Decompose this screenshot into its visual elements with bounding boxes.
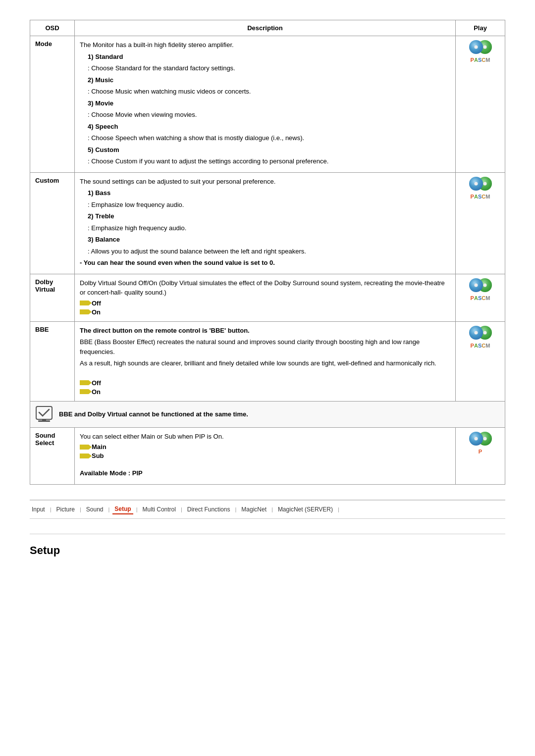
mode-item-2-label: 2) Music [88, 76, 113, 84]
custom-item-2-label: 2) Treble [88, 212, 114, 220]
letter-a: A [474, 57, 478, 63]
note-icon [35, 405, 53, 423]
bbe-detail1: As a result, high sounds are clearer, br… [80, 358, 450, 368]
mode-item-2-detail: : Choose Music when watching music video… [80, 87, 450, 97]
play-custom: P A S C M [456, 172, 505, 274]
sound-select-intro: You can select either Main or Sub when P… [80, 432, 450, 442]
arrow-icon [80, 309, 89, 314]
nav-item-magicnet-server[interactable]: MagicNet (SERVER) [276, 505, 335, 514]
desc-mode: The Monitor has a built-in high fidelity… [75, 36, 456, 173]
bbe-off-label: Off [92, 379, 101, 387]
custom-item-3-label: 3) Balance [88, 236, 120, 243]
desc-custom: The sound settings can be adjusted to su… [75, 172, 456, 274]
nav-sep: | [338, 506, 339, 512]
letter-p: P [479, 449, 482, 454]
osd-label-bbe: BBE [30, 321, 75, 401]
play-dolby: P A S C M [456, 274, 505, 321]
letter-c: C [482, 57, 485, 63]
nav-sep: | [271, 506, 273, 512]
letter-p: P [471, 57, 474, 63]
sound-select-available: Available Mode : PIP [80, 469, 143, 477]
arrow-icon [80, 380, 89, 385]
arrow-icon [80, 454, 89, 458]
arrow-icon [80, 445, 89, 450]
letter-s: S [478, 57, 482, 63]
arrow-icon [80, 389, 89, 394]
letter-s: S [478, 343, 482, 349]
disc1 [469, 40, 483, 54]
bbe-on: On [80, 388, 450, 396]
desc-bbe: The direct button on the remote control … [75, 321, 456, 401]
letter-s: S [478, 194, 482, 200]
custom-warning: - You can hear the sound even when the s… [80, 258, 450, 268]
disc-pair-sound-select [469, 432, 492, 446]
mode-item-4-label: 4) Speech [88, 123, 118, 130]
letter-p: P [471, 295, 474, 301]
content-table: OSD Description Play Mode The Monitor ha… [30, 20, 505, 485]
nav-item-direct-functions[interactable]: Direct Functions [185, 505, 232, 514]
disc1 [469, 432, 483, 446]
table-row: BBE The direct button on the remote cont… [30, 321, 505, 401]
page-title: Setup [30, 544, 505, 557]
disc-pair-custom [469, 177, 492, 191]
letter-m: M [485, 295, 490, 301]
desc-sound-select: You can select either Main or Sub when P… [75, 427, 456, 484]
letter-bar-sound-select: P [461, 449, 500, 454]
nav-sep: | [136, 506, 138, 512]
header-description: Description [75, 20, 456, 36]
letter-c: C [482, 194, 485, 200]
nav-sep: | [80, 506, 81, 512]
bbe-on-label: On [92, 388, 101, 396]
bbe-off: Off [80, 379, 450, 387]
custom-item-2-detail: : Emphasize high frequency audio. [80, 223, 450, 233]
bbe-headline: The direct button on the remote control … [80, 327, 250, 334]
disc1 [469, 278, 483, 292]
play-sound-select: P [456, 427, 505, 484]
disc1 [469, 177, 483, 191]
table-row: Custom The sound settings can be adjuste… [30, 172, 505, 274]
mode-item-1-detail: : Choose Standard for the standard facto… [80, 63, 450, 73]
osd-label-dolby: Dolby Virtual [30, 274, 75, 321]
table-row: Mode The Monitor has a built-in high fid… [30, 36, 505, 173]
nav-item-picture[interactable]: Picture [54, 505, 77, 514]
nav-item-magicnet[interactable]: MagicNet [239, 505, 268, 514]
table-row: Dolby Virtual Dolby Virtual Sound Off/On… [30, 274, 505, 321]
letter-m: M [485, 194, 490, 200]
table-row-sound-select: Sound Select You can select either Main … [30, 427, 505, 484]
dolby-on: On [80, 308, 450, 316]
svg-rect-2 [42, 419, 46, 421]
bbe-intro: BBE (Bass Booster Effect) recreates the … [80, 337, 450, 356]
sound-select-sub-label: Sub [92, 452, 104, 459]
nav-sep: | [108, 506, 109, 512]
mode-item-5-label: 5) Custom [88, 146, 119, 153]
custom-item-1-detail: : Emphasize low frequency audio. [80, 200, 450, 210]
desc-dolby: Dolby Virtual Sound Off/On (Dolby Virtua… [75, 274, 456, 321]
letter-c: C [482, 343, 485, 349]
nav-item-sound[interactable]: Sound [84, 505, 106, 514]
custom-item-1-label: 1) Bass [88, 189, 110, 197]
sound-select-main-label: Main [92, 443, 107, 451]
mode-item-4-detail: : Choose Speech when watching a show tha… [80, 133, 450, 143]
letter-p: P [471, 343, 474, 349]
note-text: BBE and Dolby Virtual cannot be function… [59, 410, 248, 418]
disc-pair-bbe [469, 326, 492, 340]
disc-pair-dolby [469, 278, 492, 292]
dolby-intro: Dolby Virtual Sound Off/On (Dolby Virtua… [80, 278, 450, 298]
letter-m: M [485, 57, 490, 63]
header-osd: OSD [30, 20, 75, 36]
nav-item-multi-control[interactable]: Multi Control [141, 505, 178, 514]
navigation-bar: Input | Picture | Sound | Setup | Multi … [30, 500, 505, 519]
nav-sep: | [50, 506, 52, 512]
letter-m: M [485, 343, 490, 349]
dolby-off: Off [80, 300, 450, 307]
custom-intro: The sound settings can be adjusted to su… [80, 177, 450, 187]
letter-a: A [474, 343, 478, 349]
osd-label-sound-select: Sound Select [30, 427, 75, 484]
note-content: BBE and Dolby Virtual cannot be function… [35, 405, 500, 423]
mode-item-1-label: 1) Standard [88, 53, 123, 60]
nav-item-setup[interactable]: Setup [112, 504, 133, 514]
letter-bar-bbe: P A S C M [461, 343, 500, 349]
mode-intro: The Monitor has a built-in high fidelity… [80, 40, 450, 50]
nav-item-input[interactable]: Input [30, 505, 47, 514]
letter-a: A [474, 194, 478, 200]
